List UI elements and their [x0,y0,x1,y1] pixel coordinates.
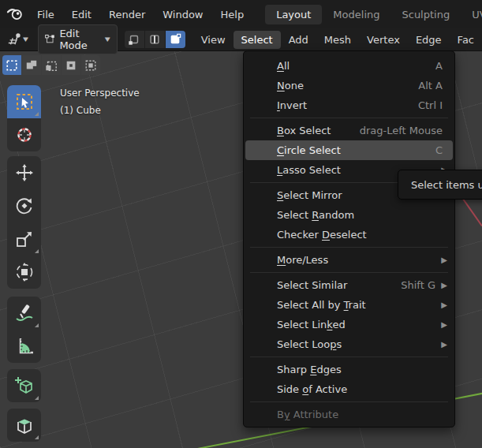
tool-button-scale[interactable] [7,222,41,256]
chevron-down-icon: ▼ [105,36,110,43]
mode-selector[interactable]: Edit Mode ▼ [38,24,118,54]
menu-item-more-less[interactable]: More/Less▶ [245,250,453,270]
chevron-down-icon: ▼ [23,36,28,43]
topbar-menu-render[interactable]: Render [100,6,154,24]
menu-item-none[interactable]: NoneAlt A [245,76,453,95]
menu-separator [250,247,448,248]
menu-separator [250,401,448,402]
tool-group [7,85,41,151]
tool-group [7,156,41,289]
menu-item-sharp-edges[interactable]: Sharp Edges [245,360,453,379]
workspace-tab-sculpting[interactable]: Sculpting [390,5,461,24]
menu-item-select-random[interactable]: Select Random [245,205,453,225]
menu-item-circle-select[interactable]: Circle SelectC [245,140,453,160]
toggle-vertex-select[interactable] [125,31,144,48]
tool-button-annotate[interactable] [7,297,41,330]
tool-button-extrude[interactable] [7,409,41,442]
menu-mesh[interactable]: Mesh [316,31,359,49]
menu-item-all[interactable]: AllA [245,56,453,76]
tool-button-move[interactable] [7,156,41,189]
blender-window: FileEditRenderWindowHelp LayoutModelingS… [0,0,482,448]
menu-item-select-linked[interactable]: Select Linked▶ [245,315,453,334]
tool-button-measure[interactable] [7,330,41,363]
workspace-tab-uv-edi[interactable]: UV Edi [461,5,482,24]
menu-item-box-select[interactable]: Box Selectdrag-Left Mouse [245,121,453,140]
submenu-arrow-icon: ▶ [441,250,447,270]
menu-separator [250,118,448,118]
mode-label: Edit Mode [59,28,99,51]
menu-add[interactable]: Add [281,31,316,49]
viewport-overlay-perspective: User Perspective [60,88,140,99]
menu-vertex[interactable]: Vertex [359,31,408,49]
menu-item-select-loops[interactable]: Select Loops▶ [245,334,453,354]
tool-group [7,297,41,363]
tooltip-text: Select items u [411,179,482,191]
selectmode-subtract-button[interactable] [42,55,61,75]
menu-item-select-all-by-trait[interactable]: Select All by Trait▶ [245,295,453,315]
tool-settings-select-mode [2,55,100,75]
workspace-tab-modeling[interactable]: Modeling [322,5,390,24]
workspace-tab-layout[interactable]: Layout [265,5,322,24]
topbar-menu-help[interactable]: Help [212,6,253,24]
selectmode-intersect-button[interactable] [81,55,100,75]
toggle-face-select[interactable] [166,31,185,48]
tool-button-rotate[interactable] [7,189,41,222]
submenu-arrow-icon: ▶ [441,315,447,334]
viewport-menus: ViewSelectAddMeshVertexEdgeFac [193,31,482,49]
menu-item-select-similar[interactable]: Select SimilarShift G▶ [245,275,453,295]
selectmode-set-button[interactable] [2,55,21,75]
select-menu-panel: AllANoneAlt AInvertCtrl IBox Selectdrag-… [243,50,455,427]
tool-button-cursor[interactable] [7,118,41,151]
viewport-header: ▼ Edit Mode ▼ ViewSelectAddMeshVertexEdg… [0,28,482,51]
menu-edge[interactable]: Edge [408,31,450,49]
tool-button-add-cube[interactable] [7,369,41,402]
tool-group [7,369,41,402]
submenu-arrow-icon: ▶ [441,334,447,354]
submenu-arrow-icon: ▶ [441,275,447,295]
tool-group [7,409,41,442]
submenu-arrow-icon: ▶ [441,295,447,315]
menu-item-checker-deselect[interactable]: Checker Deselect [245,225,453,245]
axis-x-red [460,195,482,226]
viewport-editor-icon [6,32,22,47]
menu-fac[interactable]: Fac [450,31,482,49]
select-mode-toggles [125,31,185,48]
workspace-tabs: LayoutModelingSculptingUV Edi [265,5,482,24]
tool-button-select-box[interactable] [7,85,41,118]
topbar-menus: FileEditRenderWindowHelp [28,6,252,24]
topbar-menu-file[interactable]: File [28,6,63,24]
edit-mode-icon [45,33,54,46]
editor-type-dropdown[interactable]: ▼ [4,31,31,48]
menu-item-side-of-active[interactable]: Side of Active [245,379,453,399]
menu-item-by-attribute[interactable]: By Attribute [245,405,453,424]
menu-separator [250,272,448,273]
toggle-edge-select[interactable] [145,31,165,48]
menu-select[interactable]: Select [234,31,281,49]
selectmode-extend-button[interactable] [22,55,41,75]
topbar-menu-window[interactable]: Window [154,6,211,24]
menu-separator [250,357,448,357]
blender-logo-icon[interactable] [6,7,24,21]
selectmode-invert-button[interactable] [62,55,80,75]
topbar-menu-edit[interactable]: Edit [63,6,100,24]
tooltip: Select items u [398,170,482,200]
viewport-overlay-object: (1) Cube [60,105,101,116]
menu-view[interactable]: View [193,31,234,49]
menu-item-invert[interactable]: InvertCtrl I [245,95,453,115]
tool-button-transform[interactable] [7,256,41,289]
